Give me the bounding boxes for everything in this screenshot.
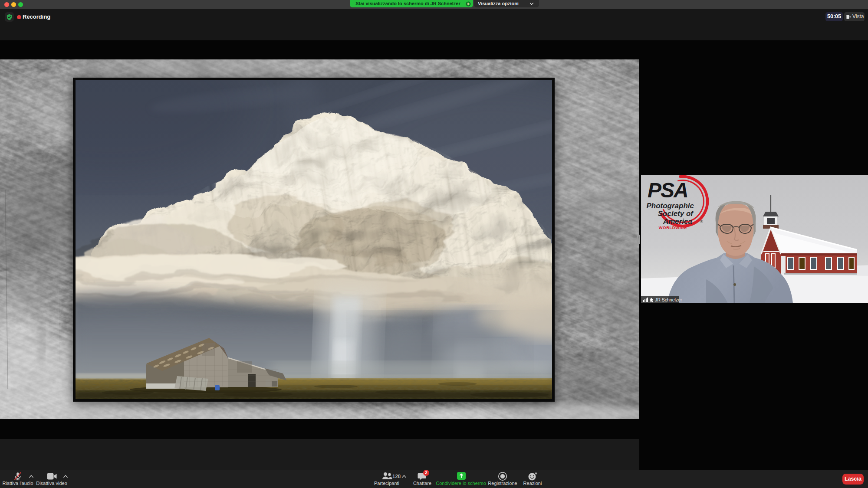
svg-text:PSA: PSA [648, 179, 688, 202]
svg-text:®: ® [700, 219, 703, 224]
svg-text:Photographic: Photographic [646, 202, 694, 210]
svg-text:WORLDWIDE: WORLDWIDE [659, 225, 687, 230]
svg-text:Society of: Society of [658, 210, 694, 218]
svg-text:America: America [663, 217, 692, 226]
svg-text:JR Schnelzer: JR Schnelzer [655, 297, 682, 302]
